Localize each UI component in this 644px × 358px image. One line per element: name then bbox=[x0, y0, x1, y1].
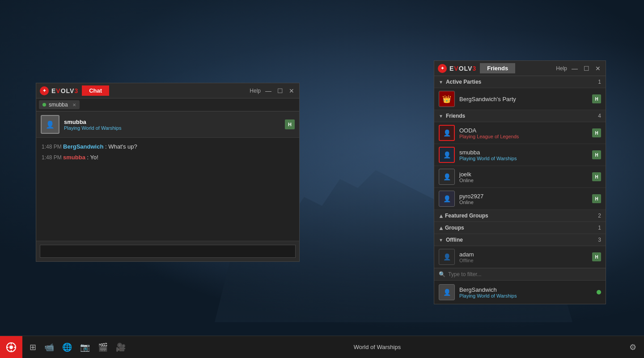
friend-item-smubba[interactable]: 👤 smubba Playing World of Warships H bbox=[434, 144, 606, 166]
friends-help-button[interactable]: Help bbox=[556, 65, 567, 72]
friends-evolve-icon: ✦ bbox=[438, 64, 447, 73]
chat-tab-label: smubba bbox=[49, 102, 68, 108]
offline-arrow: ▼ bbox=[439, 238, 443, 243]
chat-minimize-button[interactable]: — bbox=[264, 87, 272, 94]
chat-h-button[interactable]: H bbox=[285, 119, 295, 129]
svg-point-1 bbox=[9, 345, 13, 349]
friend-item-adam[interactable]: 👤 adam Offline H bbox=[434, 246, 606, 268]
friends-count: 4 bbox=[598, 113, 601, 119]
friend-item-pyro2927[interactable]: 👤 pyro2927 Online H bbox=[434, 188, 606, 210]
ooda-name: OODA bbox=[459, 127, 592, 134]
pyro2927-info: pyro2927 Online bbox=[459, 193, 592, 205]
ooda-avatar: 👤 bbox=[439, 125, 455, 141]
chat-input-area bbox=[36, 241, 299, 261]
friend-item-ooda[interactable]: 👤 OODA Playing League of Legends H bbox=[434, 122, 606, 144]
taskbar-video-icon[interactable]: 📹 bbox=[44, 342, 54, 352]
chat-maximize-button[interactable]: ☐ bbox=[276, 87, 284, 94]
chat-tab[interactable]: Chat bbox=[82, 85, 109, 96]
filter-input[interactable] bbox=[448, 271, 601, 277]
current-user-online-indicator bbox=[597, 290, 601, 294]
ooda-h-button[interactable]: H bbox=[592, 128, 601, 137]
section-active-parties[interactable]: ▼ Active Parties 1 bbox=[434, 76, 606, 88]
friends-tab[interactable]: Friends bbox=[480, 63, 515, 73]
joelk-avatar: 👤 bbox=[439, 169, 455, 185]
joelk-name: joelk bbox=[459, 171, 592, 178]
friends-maximize-button[interactable]: ☐ bbox=[582, 65, 590, 72]
current-user-bar: 👤 BergSandwich Playing World of Warships bbox=[434, 280, 606, 304]
friends-titlebar: ✦ EVOLV3 Friends Help — ☐ ✕ bbox=[434, 61, 606, 76]
section-offline[interactable]: ▼ Offline 3 bbox=[434, 234, 606, 246]
pyro2927-h-button[interactable]: H bbox=[592, 194, 601, 203]
close-tab-button[interactable]: ✕ bbox=[72, 102, 76, 107]
party-item-bergsandwich[interactable]: 👑 BergSandwich's Party H bbox=[434, 88, 606, 110]
chat-user-avatar: 👤 bbox=[41, 115, 59, 134]
featured-groups-title: Featured Groups bbox=[445, 213, 598, 219]
evolve-brand-text: EVOLV3 bbox=[51, 87, 78, 94]
chat-message-1: 1:48 PM BergSandwich : What's up? bbox=[42, 142, 294, 151]
current-user-info: BergSandwich Playing World of Warships bbox=[459, 286, 597, 298]
smubba-name: smubba bbox=[459, 149, 592, 156]
msg-text-2: : Yo! bbox=[87, 154, 98, 161]
friends-evolve-logo: ✦ EVOLV3 bbox=[438, 64, 476, 73]
party-icon: 👑 bbox=[442, 95, 451, 103]
taskbar-evolve-icon bbox=[6, 342, 17, 353]
joelk-status: Online bbox=[459, 178, 592, 183]
filter-search-icon: 🔍 bbox=[439, 271, 445, 277]
pyro2927-status: Online bbox=[459, 200, 592, 205]
adam-info: adam Offline bbox=[459, 251, 592, 263]
active-parties-arrow: ▼ bbox=[439, 80, 443, 85]
current-user-name: BergSandwich bbox=[459, 286, 597, 293]
taskbar-logo[interactable] bbox=[0, 336, 22, 358]
chat-close-button[interactable]: ✕ bbox=[288, 87, 296, 94]
joelk-h-button[interactable]: H bbox=[592, 172, 601, 181]
taskbar-film-icon[interactable]: 🎬 bbox=[98, 342, 108, 352]
taskbar: ⊞ 📹 🌐 📷 🎬 🎥 World of Warships ⚙ bbox=[0, 336, 644, 358]
adam-status: Offline bbox=[459, 258, 592, 263]
msg-time-1: 1:48 PM bbox=[42, 144, 63, 150]
online-dot bbox=[42, 103, 46, 107]
taskbar-settings-button[interactable]: ⚙ bbox=[622, 336, 644, 358]
current-user-status: Playing World of Warships bbox=[459, 293, 597, 298]
party-avatar: 👑 bbox=[439, 91, 455, 107]
pyro2927-name: pyro2927 bbox=[459, 193, 592, 200]
friends-section-title: Friends bbox=[446, 113, 598, 119]
section-featured-groups[interactable]: ▶ Featured Groups 2 bbox=[434, 210, 606, 222]
friends-window: ✦ EVOLV3 Friends Help — ☐ ✕ ▼ Active Par… bbox=[434, 60, 606, 304]
chat-user-status: Playing World of Warships bbox=[64, 125, 285, 131]
chat-input[interactable] bbox=[40, 245, 296, 258]
smubba-avatar: 👤 bbox=[439, 147, 455, 163]
chat-window-controls: Help — ☐ ✕ bbox=[250, 87, 296, 94]
chat-messages-area: 1:48 PM BergSandwich : What's up? 1:48 P… bbox=[36, 138, 299, 241]
smubba-status: Playing World of Warships bbox=[459, 156, 592, 161]
featured-groups-arrow: ▶ bbox=[438, 214, 443, 217]
friends-arrow: ▼ bbox=[439, 114, 443, 119]
chat-tab-smubba[interactable]: smubba ✕ bbox=[39, 100, 80, 109]
current-user-avatar: 👤 bbox=[439, 284, 455, 300]
chat-window: ✦ EVOLV3 Chat Help — ☐ ✕ smubba ✕ 👤 smub… bbox=[36, 83, 300, 262]
active-parties-title: Active Parties bbox=[446, 79, 598, 85]
friends-close-button[interactable]: ✕ bbox=[594, 65, 602, 72]
taskbar-camera-icon[interactable]: 📷 bbox=[80, 342, 90, 352]
smubba-h-button[interactable]: H bbox=[592, 150, 601, 159]
adam-h-button[interactable]: H bbox=[592, 252, 601, 261]
groups-title: Groups bbox=[445, 225, 598, 231]
groups-count: 1 bbox=[598, 225, 601, 231]
taskbar-icons: ⊞ 📹 🌐 📷 🎬 🎥 bbox=[22, 342, 133, 352]
msg-text-1: : What's up? bbox=[105, 143, 137, 150]
party-info: BergSandwich's Party bbox=[459, 96, 592, 102]
section-friends[interactable]: ▼ Friends 4 bbox=[434, 110, 606, 122]
joelk-info: joelk Online bbox=[459, 171, 592, 183]
adam-avatar: 👤 bbox=[439, 249, 455, 265]
msg-sender-2: smubba bbox=[63, 154, 85, 161]
section-groups[interactable]: ▶ Groups 1 bbox=[434, 222, 606, 234]
chat-help-button[interactable]: Help bbox=[250, 88, 261, 94]
taskbar-record-icon[interactable]: 🎥 bbox=[116, 342, 126, 352]
taskbar-grid-icon[interactable]: ⊞ bbox=[30, 342, 36, 352]
msg-sender-1: BergSandwich bbox=[63, 143, 103, 150]
adam-name: adam bbox=[459, 251, 592, 258]
taskbar-globe-icon[interactable]: 🌐 bbox=[62, 342, 72, 352]
friends-minimize-button[interactable]: — bbox=[571, 65, 579, 72]
chat-user-info: smubba Playing World of Warships bbox=[64, 119, 285, 131]
party-h-button[interactable]: H bbox=[592, 94, 601, 103]
friend-item-joelk[interactable]: 👤 joelk Online H bbox=[434, 166, 606, 188]
